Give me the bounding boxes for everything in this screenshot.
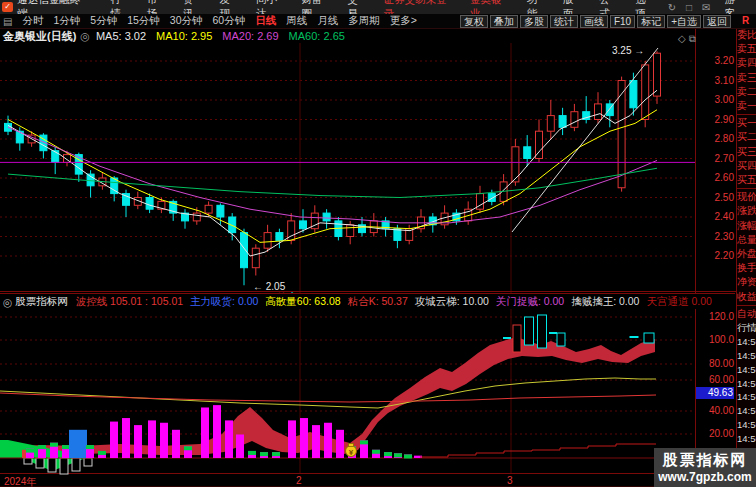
sidebar-label-1[interactable]: 卖五 — [737, 42, 756, 56]
candle-body — [571, 112, 578, 128]
indicator-site-label[interactable]: 股票指标网 — [15, 295, 68, 309]
ma-value-2: MA20: 2.69 — [222, 30, 278, 42]
price-label-3.10: 3.10 — [696, 75, 734, 86]
candle-body — [217, 205, 224, 217]
volume-bar-cap — [384, 452, 392, 456]
volume-bar-cap — [272, 452, 280, 456]
indicator-item-3: 粘合K: 50.37 — [348, 295, 408, 309]
period-tab-8[interactable]: 月线 — [317, 14, 338, 28]
value-label-100.0: 100.0 — [696, 334, 734, 345]
candle-body — [193, 213, 200, 221]
price-label-2.70: 2.70 — [696, 153, 734, 164]
period-tab-5[interactable]: 60分钟 — [213, 14, 246, 28]
indicator-line-yellow — [0, 378, 656, 408]
sidebar-label-9[interactable]: 买四 — [737, 159, 756, 173]
sidebar-label-14[interactable]: 总量 — [737, 233, 756, 247]
period-tab-9[interactable]: 多周期 — [348, 14, 380, 28]
app-logo-icon[interactable]: ✓ — [2, 2, 13, 12]
sidebar-label-20[interactable]: 行情 — [737, 321, 756, 335]
quote-sidebar[interactable]: 委比卖五卖四卖三卖二卖一买一买二买三买四买五现价涨跌涨幅总量外盘换手净资收益自动… — [736, 28, 756, 487]
sidebar-label-16[interactable]: 换手 — [737, 261, 756, 275]
info-icon[interactable]: ◎ — [80, 30, 90, 43]
mini-candle — [513, 325, 521, 352]
sidebar-label-11[interactable]: 现价 — [737, 190, 756, 204]
value-label-120.0: 120.0 — [696, 311, 734, 322]
tool-button-5[interactable]: F10 — [610, 15, 635, 28]
sidebar-label-4[interactable]: 卖二 — [737, 85, 756, 99]
tool-button-6[interactable]: 标记 — [637, 15, 665, 28]
sidebar-label-10[interactable]: 买五 — [737, 173, 756, 187]
sidebar-label-7[interactable]: 买二 — [737, 130, 756, 144]
candle-body — [559, 116, 566, 128]
tool-button-1[interactable]: 叠加 — [490, 15, 518, 28]
period-tab-7[interactable]: 周线 — [286, 14, 307, 28]
mini-candle — [557, 333, 565, 346]
period-tab-10[interactable]: 更多> — [390, 14, 417, 28]
sidebar-label-2[interactable]: 卖四 — [737, 56, 756, 70]
sidebar-label-3[interactable]: 卖三 — [737, 71, 756, 85]
refresh-icon[interactable]: ↻ — [668, 2, 676, 13]
candle-body — [146, 198, 153, 210]
volume-bar-cap — [360, 440, 368, 444]
volume-bar-cap — [38, 445, 46, 449]
ma-values: MA5: 3.02MA10: 2.95MA20: 2.69MA60: 2.65 — [96, 30, 355, 42]
mail-icon[interactable]: ✉ — [702, 2, 710, 13]
volume-bar-cap — [184, 446, 192, 450]
sidebar-label-0[interactable]: 委比 — [737, 28, 756, 42]
period-tab-6[interactable]: 日线 — [255, 14, 276, 28]
period-tab-4[interactable]: 30分钟 — [170, 14, 203, 28]
chart-corner-icons[interactable]: ◇⧉ — [678, 33, 699, 45]
volume-bar-cap — [98, 451, 106, 455]
sidebar-label-12[interactable]: 涨跌 — [737, 204, 756, 218]
neg-bar — [24, 458, 32, 464]
indicator-line-stair — [420, 444, 656, 457]
tool-button-2[interactable]: 多股 — [520, 15, 548, 28]
mobile-icon[interactable]: □ — [686, 2, 692, 13]
tool-button-7[interactable]: +自选 — [667, 15, 701, 28]
tool-button-3[interactable]: 统计 — [550, 15, 578, 28]
period-tab-0[interactable]: 分时 — [22, 14, 43, 28]
tool-button-0[interactable]: 复权 — [460, 15, 488, 28]
volume-bar — [213, 405, 221, 458]
date-label-0: 2024年 — [4, 475, 36, 487]
sidebar-label-6[interactable]: 买一 — [737, 116, 756, 130]
stock-symbol[interactable]: 金奥银业(日线) — [3, 29, 76, 44]
layout-icon[interactable]: ▤ — [3, 16, 12, 27]
candle-body — [547, 116, 554, 132]
period-tabs: 分时1分钟5分钟15分钟30分钟60分钟日线周线月线多周期更多> — [17, 14, 421, 28]
sidebar-label-13[interactable]: 涨幅 — [737, 219, 756, 233]
volume-bar-cap — [50, 443, 58, 447]
volume-bar — [324, 423, 332, 458]
candle-body — [276, 233, 283, 241]
volume-bar-cap — [62, 445, 70, 449]
ma-value-0: MA5: 3.02 — [96, 30, 146, 42]
period-tab-2[interactable]: 5分钟 — [90, 14, 117, 28]
sidebar-label-17[interactable]: 净资 — [737, 275, 756, 289]
sidebar-label-19[interactable]: 自动 — [737, 307, 756, 321]
sidebar-label-18[interactable]: 收益 — [737, 290, 756, 304]
drawn-trend-line — [512, 48, 658, 232]
candle-body — [524, 147, 531, 159]
period-tab-3[interactable]: 15分钟 — [127, 14, 160, 28]
neg-bar — [72, 458, 80, 471]
tool-button-8[interactable]: 返回 — [703, 15, 731, 28]
sidebar-label-5[interactable]: 卖一 — [737, 99, 756, 113]
sidebar-label-15[interactable]: 外盘 — [737, 247, 756, 261]
period-bar: ▤ 分时1分钟5分钟15分钟30分钟60分钟日线周线月线多周期更多> 复权叠加多… — [0, 14, 756, 29]
top-icons: ↻□✉ — [663, 2, 716, 13]
ma-value-1: MA10: 2.95 — [156, 30, 212, 42]
r-button[interactable]: R — [742, 15, 749, 26]
period-tab-1[interactable]: 1分钟 — [53, 14, 80, 28]
watermark-url: www.7gpzb.com — [654, 470, 756, 484]
indicator-line-red — [0, 393, 656, 402]
sidebar-label-8[interactable]: 买三 — [737, 145, 756, 159]
volume-bar — [134, 425, 142, 458]
sidebar-divider — [737, 114, 756, 115]
indicator-item-4: 攻城云梯: 10.00 — [415, 295, 489, 309]
tool-button-4[interactable]: 画线 — [580, 15, 608, 28]
top-menu-bar: ✓ 通达信金融终端 行情市场资讯发现问小达财富圈交易 证券交易未登录 金奥银业 … — [0, 0, 756, 14]
tick-time-7: 14:56 — [737, 432, 756, 446]
chart-canvas[interactable]: ¥ — [0, 0, 756, 487]
candle-body — [630, 81, 637, 108]
volume-bar — [122, 418, 130, 458]
